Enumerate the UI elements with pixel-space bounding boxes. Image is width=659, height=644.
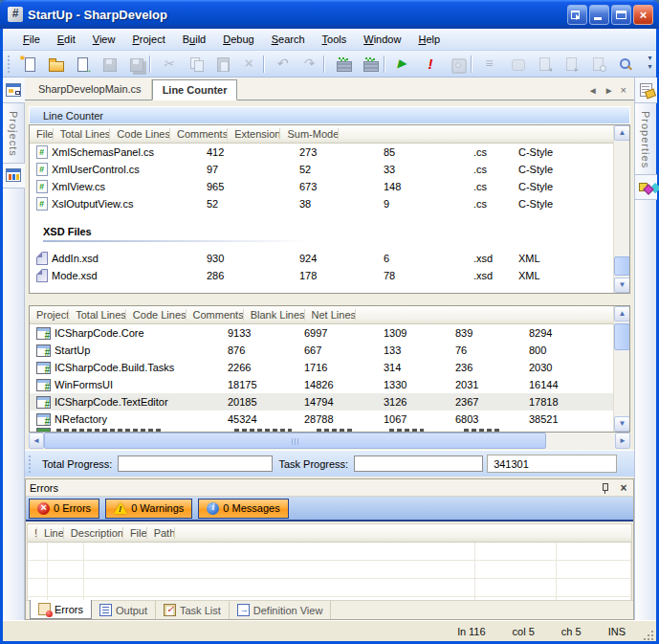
delete-button[interactable] [236, 53, 263, 76]
redo-button[interactable] [297, 53, 323, 76]
view-list-button[interactable] [477, 53, 504, 76]
column-header[interactable]: Comments [170, 125, 228, 144]
paste-button[interactable] [209, 53, 236, 76]
file-table-row[interactable]: XmlSchemasPanel.cs 412 273 85 .cs C-Styl… [30, 144, 629, 161]
maximize-button[interactable] [611, 5, 631, 25]
bottom-tab-errors[interactable]: Errors [30, 600, 92, 619]
column-header[interactable]: ! [28, 524, 37, 543]
project-table-row[interactable]: WinFormsUI 18175 14826 1330 2031 16144 [30, 376, 629, 393]
file-table-scrollbar[interactable]: ▲ ▼ [613, 125, 629, 293]
blank-button[interactable] [504, 53, 531, 76]
warnings-filter-button[interactable]: 0 Warnings [105, 499, 192, 519]
tab-close-icon[interactable]: × [621, 84, 626, 96]
menu-search[interactable]: Search [263, 31, 314, 48]
errors-filter-button[interactable]: 0 Errors [29, 499, 99, 519]
file-table-row[interactable]: AddIn.xsd 930 924 6 .xsd XML [30, 250, 629, 267]
column-header[interactable]: File [123, 524, 147, 543]
bottom-tab-task-list[interactable]: Task List [156, 601, 230, 619]
progress-toolbar-grip[interactable] [28, 455, 33, 473]
column-header[interactable]: Comments [187, 306, 244, 324]
column-header[interactable]: Sum-Mode [280, 125, 339, 144]
column-header[interactable]: Blank Lines [244, 306, 305, 324]
bottom-tab-output[interactable]: Output [92, 601, 156, 619]
open-file-button[interactable] [42, 53, 69, 76]
scroll-right-icon[interactable]: ► [615, 433, 630, 449]
menu-debug[interactable]: Debug [214, 31, 262, 48]
scrollbar-thumb[interactable] [614, 256, 630, 276]
cut-button[interactable] [156, 53, 183, 76]
build-button[interactable] [330, 53, 357, 76]
project-table-row[interactable]: StartUp 876 667 133 76 800 [30, 342, 629, 359]
project-table-row[interactable]: ICSharpCode.TextEditor 20185 14794 3126 … [30, 393, 629, 411]
menu-help[interactable]: Help [409, 31, 449, 48]
menu-build[interactable]: Build [174, 31, 215, 48]
menu-edit[interactable]: Edit [49, 31, 84, 48]
sidebar-item-toolbox[interactable] [635, 174, 656, 200]
minimize-button[interactable] [589, 5, 609, 25]
tab-scroll-right-icon[interactable]: ► [604, 85, 614, 96]
scroll-down-icon[interactable]: ▼ [614, 416, 630, 432]
column-header[interactable]: Total Lines [54, 125, 111, 144]
doc-next-button[interactable] [558, 53, 584, 76]
resize-grip[interactable] [641, 628, 654, 641]
horizontal-scrollbar[interactable]: ◄ ► [29, 433, 630, 449]
menu-view[interactable]: View [84, 31, 124, 48]
project-table-scrollbar[interactable]: ▲ ▼ [613, 306, 629, 432]
column-header[interactable]: Code Lines [126, 306, 187, 324]
new-file-button[interactable] [15, 53, 42, 76]
save-button[interactable] [96, 53, 122, 76]
pin-icon[interactable] [600, 482, 610, 494]
column-header[interactable]: Extension [228, 125, 280, 144]
errors-close-icon[interactable]: × [618, 481, 629, 495]
file-table-row[interactable]: XmlUserControl.cs 97 52 33 .cs C-Style [30, 161, 629, 178]
scroll-up-icon[interactable]: ▲ [614, 125, 630, 141]
tab-line-counter[interactable]: Line Counter [152, 79, 238, 100]
column-header[interactable]: File [30, 125, 54, 144]
dock-window-button[interactable] [567, 5, 587, 25]
find-ref-button[interactable] [584, 53, 611, 76]
file-table-row[interactable]: Mode.xsd 286 178 78 .xsd XML [30, 267, 629, 284]
column-header[interactable]: Total Lines [69, 306, 126, 324]
undo-button[interactable] [270, 53, 297, 76]
scroll-up-icon[interactable]: ▲ [614, 306, 630, 322]
doc-prev-button[interactable] [531, 53, 558, 76]
column-header[interactable]: Project [30, 306, 69, 324]
scroll-left-icon[interactable]: ◄ [29, 433, 44, 449]
run-button[interactable] [390, 53, 417, 76]
close-button[interactable]: × [633, 5, 653, 25]
menu-project[interactable]: Project [123, 31, 173, 48]
title-bar[interactable]: # StartUp - SharpDevelop × [0, 0, 659, 29]
sidebar-item-classes[interactable] [3, 163, 24, 189]
save-all-button[interactable] [122, 53, 149, 76]
menu-file[interactable]: File [14, 31, 49, 48]
sidebar-item-properties[interactable]: Properties [635, 78, 656, 174]
column-header[interactable]: Line [37, 524, 64, 543]
scrollbar-thumb[interactable] [614, 323, 630, 350]
column-header[interactable]: Description [64, 524, 123, 543]
column-header[interactable]: Net Lines [305, 306, 356, 324]
tab-sharpdevelopmain[interactable]: SharpDevelopMain.cs [29, 79, 152, 100]
project-table-row[interactable]: ICSharpCode.Build.Tasks 2266 1716 314 23… [30, 359, 629, 376]
toolbar-overflow-button[interactable]: ▾▾ [646, 54, 654, 75]
messages-filter-button[interactable]: 0 Messages [198, 499, 288, 519]
menu-window[interactable]: Window [355, 31, 409, 48]
tab-scroll-left-icon[interactable]: ◄ [588, 85, 598, 96]
copy-button[interactable] [183, 53, 209, 76]
search-button[interactable] [611, 53, 638, 76]
file-table-row[interactable]: XslOutputView.cs 52 38 9 .cs C-Style [30, 195, 629, 212]
bottom-tab-definition-view[interactable]: Definition View [230, 601, 332, 619]
scrollbar-thumb[interactable] [44, 433, 546, 449]
project-table-row[interactable]: ICSharpCode.Core 9133 6997 1309 839 8294 [30, 324, 629, 342]
sidebar-item-projects[interactable]: Projects [3, 78, 24, 163]
menu-tools[interactable]: Tools [314, 31, 356, 48]
column-header[interactable]: Code Lines [110, 125, 170, 144]
column-header[interactable]: Path [147, 524, 176, 543]
toolbar-grip[interactable] [7, 56, 11, 73]
abort-button[interactable] [417, 53, 444, 76]
scroll-down-icon[interactable]: ▼ [614, 278, 630, 293]
project-table-row[interactable]: NRefactory 45324 28788 1067 6803 38521 [30, 411, 629, 428]
stop-button[interactable] [444, 53, 471, 76]
file-table-row[interactable]: XmlView.cs 965 673 148 .cs C-Style [30, 178, 629, 195]
build-all-button[interactable] [357, 53, 384, 76]
save-as-button[interactable] [69, 53, 96, 76]
